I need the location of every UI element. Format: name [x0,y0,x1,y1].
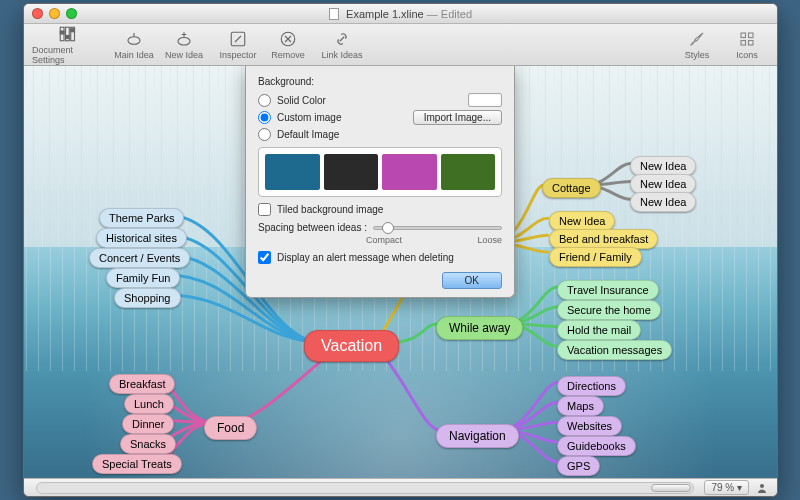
svg-point-7 [178,37,190,45]
color-swatch[interactable] [441,154,496,190]
inspector-button[interactable]: Inspector [214,28,262,62]
mindmap-node[interactable]: Maps [557,396,604,416]
mindmap-node[interactable]: Friend / Family [549,247,642,267]
color-swatch[interactable] [265,154,320,190]
mindmap-node[interactable]: Historical sites [96,228,187,248]
import-image-button[interactable]: Import Image... [413,110,502,125]
zoom-level-text: 79 % [711,482,734,493]
document-icon [329,8,339,20]
default-image-radio[interactable] [258,128,271,141]
mindmap-hub-while-away[interactable]: While away [436,316,523,340]
main-idea-button[interactable]: Main Idea [110,28,158,62]
pencil-square-icon [228,30,248,48]
svg-point-6 [128,36,140,44]
spacing-max-label: Loose [477,235,502,245]
spacing-label: Spacing between ideas : [258,222,367,233]
status-bar: 79 % ▾ [24,478,777,496]
mindmap-node[interactable]: Concert / Events [89,248,190,268]
remove-button[interactable]: Remove [264,28,312,62]
mindmap-node[interactable]: New Idea [549,211,615,231]
window-title-text: Example 1.xline [346,8,424,20]
x-circle-icon [278,30,298,48]
mindmap-node[interactable]: Directions [557,376,626,396]
window-title: Example 1.xline — Edited [24,8,777,20]
toolbar-label: Main Idea [114,50,154,60]
solid-color-label: Solid Color [277,95,326,106]
new-idea-button[interactable]: New Idea [160,28,208,62]
mindmap-node[interactable]: Websites [557,416,622,436]
spacing-min-label: Compact [366,235,402,245]
svg-rect-5 [71,28,75,31]
paintbrush-icon [687,30,707,48]
toolbar-label: Link Ideas [321,50,362,60]
solid-color-swatch[interactable] [468,93,502,107]
document-settings-panel: Background: Solid Color Custom image Imp… [245,66,515,298]
svg-rect-10 [741,33,746,38]
mindmap-node[interactable]: Secure the home [557,300,661,320]
user-icon[interactable] [755,482,769,494]
custom-image-label: Custom image [277,112,341,123]
delete-alert-label: Display an alert message when deleting [277,252,454,263]
svg-rect-13 [749,40,754,45]
mindmap-node[interactable]: Bed and breakfast [549,229,658,249]
toolbar-label: Inspector [219,50,256,60]
zoom-level-button[interactable]: 79 % ▾ [704,480,749,495]
mindmap-canvas[interactable]: Vacation Food Navigation While away dati… [24,66,777,478]
svg-rect-12 [741,40,746,45]
mindmap-hub-navigation[interactable]: Navigation [436,424,519,448]
window-edited-indicator: — Edited [424,8,472,20]
toolbar-label: New Idea [165,50,203,60]
mindmap-node[interactable]: New Idea [630,156,696,176]
mindmap-node[interactable]: Special Treats [92,454,182,474]
document-settings-button[interactable]: Document Settings [30,23,104,67]
mindmap-node-cottage[interactable]: Cottage [542,178,601,198]
toolbar: Document Settings Main Idea New Idea Ins… [24,24,777,66]
mindmap-node[interactable]: Breakfast [109,374,175,394]
mindmap-node[interactable]: Travel Insurance [557,280,659,300]
mindmap-node[interactable]: Theme Parks [99,208,184,228]
tiled-background-checkbox[interactable] [258,203,271,216]
toolbar-label: Icons [736,50,758,60]
mindmap-node[interactable]: Vacation messages [557,340,672,360]
mindmap-node[interactable]: Snacks [120,434,176,454]
toolbar-label: Styles [685,50,710,60]
custom-image-radio[interactable] [258,111,271,124]
delete-alert-checkbox[interactable] [258,251,271,264]
mindmap-node[interactable]: GPS [557,456,600,476]
styles-button[interactable]: Styles [673,28,721,62]
background-section-label: Background: [258,76,502,87]
default-image-label: Default Image [277,129,339,140]
mindmap-hub-food[interactable]: Food [204,416,257,440]
ok-button[interactable]: OK [442,272,502,289]
toolbar-label: Remove [271,50,305,60]
toolbar-label: Document Settings [32,45,102,65]
mindmap-node[interactable]: Guidebooks [557,436,636,456]
link-ideas-button[interactable]: Link Ideas [318,28,366,62]
mindmap-node[interactable]: Family Fun [106,268,180,288]
spacing-slider[interactable] [373,226,502,230]
titlebar: Example 1.xline — Edited [24,4,777,24]
svg-point-14 [760,484,764,488]
color-swatch[interactable] [382,154,437,190]
horizontal-scrollbar[interactable] [36,482,694,494]
grid-icon [737,30,757,48]
chevron-down-icon: ▾ [737,482,742,493]
color-swatch[interactable] [324,154,379,190]
plus-node-icon [174,30,194,48]
app-window: Example 1.xline — Edited Document Settin… [23,3,778,497]
mindmap-node[interactable]: New Idea [630,192,696,212]
solid-color-radio[interactable] [258,94,271,107]
mindmap-node[interactable]: Lunch [124,394,174,414]
tiled-background-label: Tiled background image [277,204,383,215]
mindmap-node[interactable]: New Idea [630,174,696,194]
icons-button[interactable]: Icons [723,28,771,62]
mindmap-node[interactable]: Dinner [122,414,174,434]
mindmap-node[interactable]: Hold the mail [557,320,641,340]
svg-rect-3 [60,31,64,34]
sliders-icon [57,25,77,43]
scrollbar-thumb[interactable] [651,484,691,492]
color-swatch-row [258,147,502,197]
spacing-slider-thumb[interactable] [382,222,394,234]
mindmap-root-node[interactable]: Vacation [304,330,399,362]
mindmap-node[interactable]: Shopping [114,288,181,308]
